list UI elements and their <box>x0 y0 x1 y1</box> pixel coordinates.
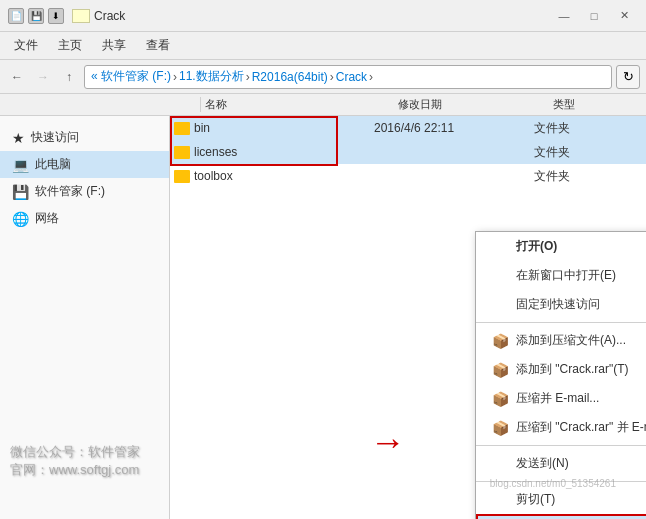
arrow-indicator: → <box>370 421 406 463</box>
forward-button[interactable]: → <box>32 66 54 88</box>
title-icon-1: 📄 <box>8 8 24 24</box>
ctx-open-new-window[interactable]: 在新窗口中打开(E) <box>476 261 646 290</box>
ctx-add-crack-rar-label: 添加到 "Crack.rar"(T) <box>516 361 629 378</box>
title-icon-3: ⬇ <box>48 8 64 24</box>
window-controls: — □ ✕ <box>550 6 638 26</box>
table-row[interactable]: bin 2016/4/6 22:11 文件夹 <box>170 116 646 140</box>
quick-access-icon: ★ <box>12 130 25 146</box>
zip-icon: 📦 <box>492 333 512 349</box>
ctx-add-zip[interactable]: 📦 添加到压缩文件(A)... <box>476 326 646 355</box>
ctx-sep-1 <box>476 322 646 323</box>
file-name-bin: bin <box>174 121 374 135</box>
table-row[interactable]: toolbox 文件夹 <box>170 164 646 188</box>
back-button[interactable]: ← <box>6 66 28 88</box>
ctx-send-to-label: 发送到(N) <box>516 455 569 472</box>
menu-share[interactable]: 共享 <box>92 33 136 58</box>
menu-file[interactable]: 文件 <box>4 33 48 58</box>
sidebar-item-this-pc[interactable]: 💻 此电脑 <box>0 151 169 178</box>
ctx-sep-2 <box>476 445 646 446</box>
sidebar-item-label: 快速访问 <box>31 129 79 146</box>
watermark: 微信公众号：软件管家 官网：www.softgj.com <box>10 443 140 479</box>
refresh-button[interactable]: ↻ <box>616 65 640 89</box>
ctx-send-to[interactable]: 发送到(N) › <box>476 449 646 478</box>
ctx-zip-email[interactable]: 📦 压缩并 E-mail... <box>476 384 646 413</box>
up-button[interactable]: ↑ <box>58 66 80 88</box>
ctx-pin-label: 固定到快速访问 <box>516 296 600 313</box>
minimize-button[interactable]: — <box>550 6 578 26</box>
sidebar-item-label: 网络 <box>35 210 59 227</box>
col-name-header[interactable]: 名称 <box>200 97 394 112</box>
file-type-licenses: 文件夹 <box>534 144 570 161</box>
file-type-toolbox: 文件夹 <box>534 168 570 185</box>
this-pc-icon: 💻 <box>12 157 29 173</box>
address-bar: ← → ↑ « 软件管家 (F:) › 11.数据分析 › R2016a(64b… <box>0 60 646 94</box>
file-name-licenses: licenses <box>174 145 374 159</box>
file-name-toolbox: toolbox <box>174 169 374 183</box>
title-bar-icons: 📄 💾 ⬇ <box>8 8 64 24</box>
ctx-add-zip-label: 添加到压缩文件(A)... <box>516 332 626 349</box>
ctx-copy[interactable]: 复制(C) <box>476 514 646 519</box>
email-icon: 📦 <box>492 391 512 407</box>
ctx-open[interactable]: 打开(O) <box>476 232 646 261</box>
watermark-bottom: blog.csdn.net/m0_51354261 <box>490 478 616 489</box>
crumb-r2016a[interactable]: R2016a(64bit) <box>252 70 328 84</box>
sidebar-item-drive-f[interactable]: 💾 软件管家 (F:) <box>0 178 169 205</box>
sidebar-item-label: 此电脑 <box>35 156 71 173</box>
file-type-bin: 文件夹 <box>534 120 570 137</box>
crumb-software-manager[interactable]: « 软件管家 (F:) <box>91 68 171 85</box>
rar-icon: 📦 <box>492 362 512 378</box>
zip-email-icon: 📦 <box>492 420 512 436</box>
watermark-line2: 官网：www.softgj.com <box>10 461 140 479</box>
col-type-header[interactable]: 类型 <box>549 97 646 112</box>
folder-icon <box>174 122 190 135</box>
menu-home[interactable]: 主页 <box>48 33 92 58</box>
title-bar: 📄 💾 ⬇ Crack — □ ✕ <box>0 0 646 32</box>
ctx-cut-label: 剪切(T) <box>516 491 555 508</box>
crumb-crack[interactable]: Crack <box>336 70 367 84</box>
ctx-zip-crack-email-label: 压缩到 "Crack.rar" 并 E-mail <box>516 419 646 436</box>
close-button[interactable]: ✕ <box>610 6 638 26</box>
menu-view[interactable]: 查看 <box>136 33 180 58</box>
ctx-add-crack-rar[interactable]: 📦 添加到 "Crack.rar"(T) <box>476 355 646 384</box>
sidebar-item-quick-access[interactable]: ★ 快速访问 <box>0 124 169 151</box>
sidebar-item-network[interactable]: 🌐 网络 <box>0 205 169 232</box>
ctx-open-new-window-label: 在新窗口中打开(E) <box>516 267 616 284</box>
maximize-button[interactable]: □ <box>580 6 608 26</box>
column-headers: 名称 修改日期 类型 <box>0 94 646 116</box>
context-menu: 打开(O) 在新窗口中打开(E) 固定到快速访问 📦 添加到压缩文件(A)...… <box>475 231 646 519</box>
table-row[interactable]: licenses 文件夹 <box>170 140 646 164</box>
menu-bar: 文件 主页 共享 查看 <box>0 32 646 60</box>
title-icon-2: 💾 <box>28 8 44 24</box>
ctx-pin-quick-access[interactable]: 固定到快速访问 <box>476 290 646 319</box>
ctx-cut[interactable]: 剪切(T) <box>476 485 646 514</box>
ctx-zip-crack-email[interactable]: 📦 压缩到 "Crack.rar" 并 E-mail <box>476 413 646 442</box>
window-title: Crack <box>94 9 125 23</box>
sidebar-item-label: 软件管家 (F:) <box>35 183 105 200</box>
title-folder-icon <box>72 9 90 23</box>
file-list: bin 2016/4/6 22:11 文件夹 licenses 文件夹 tool… <box>170 116 646 519</box>
drive-icon: 💾 <box>12 184 29 200</box>
ctx-zip-email-label: 压缩并 E-mail... <box>516 390 599 407</box>
file-list-wrapper: bin 2016/4/6 22:11 文件夹 licenses 文件夹 tool… <box>170 116 646 188</box>
ctx-open-label: 打开(O) <box>516 238 557 255</box>
address-box[interactable]: « 软件管家 (F:) › 11.数据分析 › R2016a(64bit) › … <box>84 65 612 89</box>
crumb-data-analysis[interactable]: 11.数据分析 <box>179 68 244 85</box>
folder-icon <box>174 170 190 183</box>
watermark-line1: 微信公众号：软件管家 <box>10 443 140 461</box>
network-icon: 🌐 <box>12 211 29 227</box>
col-date-header[interactable]: 修改日期 <box>394 97 549 112</box>
folder-icon <box>174 146 190 159</box>
file-date-bin: 2016/4/6 22:11 <box>374 121 534 135</box>
